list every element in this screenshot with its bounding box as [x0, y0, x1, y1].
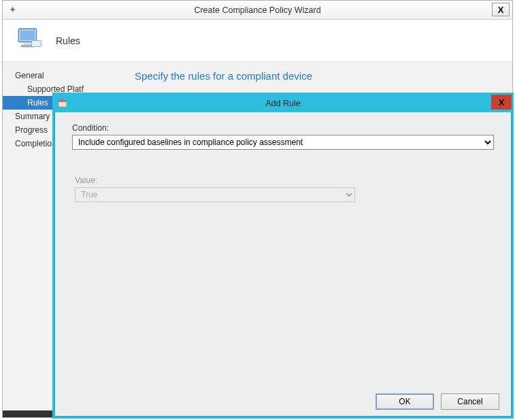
dialog-body: Condition: Include configured baselines …: [54, 112, 512, 387]
nav-item-general[interactable]: General: [3, 69, 122, 82]
wizard-header: Rules: [3, 20, 512, 62]
wizard-titlebar: ✦ Create Compliance Policy Wizard X: [3, 1, 512, 20]
wizard-page-title: Rules: [56, 35, 80, 46]
dialog-titlebar: Add Rule X: [54, 95, 512, 112]
condition-label: Condition:: [72, 123, 494, 133]
monitor-icon: [15, 25, 44, 56]
svg-rect-1: [20, 31, 35, 40]
svg-rect-4: [32, 41, 41, 47]
cancel-button[interactable]: Cancel: [441, 393, 499, 410]
close-icon: X: [499, 97, 505, 108]
wizard-close-button[interactable]: X: [492, 3, 510, 16]
dialog-close-button[interactable]: X: [491, 95, 512, 110]
dialog-footer: OK Cancel: [54, 387, 512, 417]
condition-select[interactable]: Include configured baselines in complian…: [72, 135, 494, 150]
value-field: Value: True: [72, 176, 494, 202]
add-rule-dialog: Add Rule X Condition: Include configured…: [52, 93, 514, 419]
ok-button[interactable]: OK: [376, 393, 434, 410]
value-label: Value:: [75, 176, 494, 185]
dialog-title: Add Rule: [54, 99, 512, 108]
value-select: True: [75, 187, 355, 202]
close-icon: X: [498, 5, 504, 15]
wizard-title: Create Compliance Policy Wizard: [3, 5, 512, 15]
wizard-instruction-text: Specify the rules for a compliant device: [135, 70, 500, 82]
svg-rect-2: [23, 43, 31, 45]
condition-field: Condition: Include configured baselines …: [72, 123, 494, 150]
